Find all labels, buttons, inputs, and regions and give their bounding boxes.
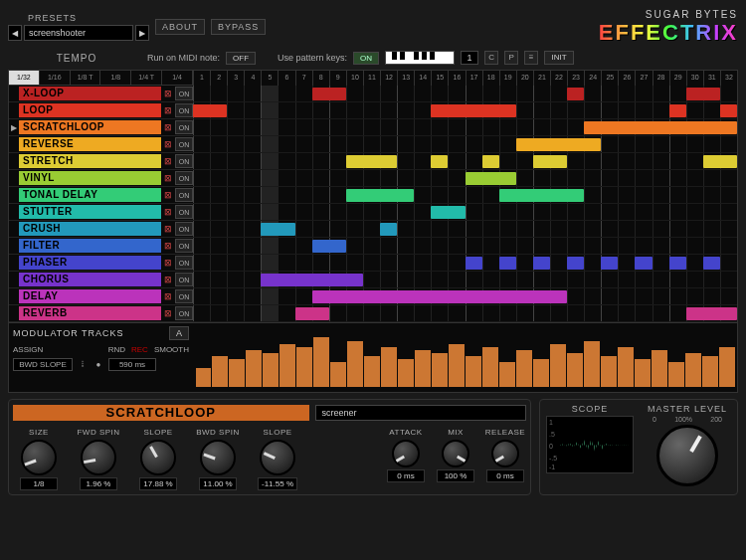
grid-view-button[interactable]: ≡ bbox=[524, 51, 538, 65]
mod-bar[interactable] bbox=[212, 356, 228, 387]
effect-on-toggle[interactable]: ON bbox=[175, 103, 193, 117]
preset-next-button[interactable]: ▶ bbox=[135, 25, 149, 41]
mod-bar[interactable] bbox=[668, 362, 684, 387]
preset-name-field[interactable]: screenshooter bbox=[24, 25, 133, 41]
param-knob[interactable] bbox=[21, 440, 57, 475]
grid-row[interactable] bbox=[193, 221, 737, 238]
mod-bar[interactable] bbox=[196, 368, 212, 387]
paste-button[interactable]: P bbox=[504, 51, 518, 65]
effect-delete-button[interactable]: ⊠ bbox=[161, 239, 175, 253]
clip[interactable] bbox=[703, 155, 737, 168]
effect-on-toggle[interactable]: ON bbox=[175, 256, 193, 270]
preset-prev-button[interactable]: ◀ bbox=[8, 25, 22, 41]
clip[interactable] bbox=[703, 257, 720, 270]
clip[interactable] bbox=[601, 257, 618, 270]
mod-bar[interactable] bbox=[567, 353, 583, 387]
mod-bar[interactable] bbox=[618, 347, 634, 387]
effect-on-toggle[interactable]: ON bbox=[175, 171, 193, 185]
mod-bar[interactable] bbox=[415, 350, 431, 387]
mod-bar[interactable] bbox=[702, 356, 718, 387]
effect-label[interactable]: REVERB bbox=[19, 306, 161, 320]
effect-on-toggle[interactable]: ON bbox=[175, 188, 193, 202]
effect-on-toggle[interactable]: ON bbox=[175, 154, 193, 168]
clip[interactable] bbox=[431, 206, 465, 219]
effect-label[interactable]: REVERSE bbox=[19, 137, 161, 151]
grid-row[interactable] bbox=[193, 187, 737, 204]
effect-on-toggle[interactable]: ON bbox=[175, 205, 193, 219]
clip[interactable] bbox=[720, 104, 737, 117]
effect-delete-button[interactable]: ⊠ bbox=[161, 306, 175, 320]
clip[interactable] bbox=[482, 155, 499, 168]
clip[interactable] bbox=[533, 257, 550, 270]
clip[interactable] bbox=[312, 88, 346, 100]
grid-row[interactable] bbox=[193, 305, 737, 322]
copy-button[interactable]: C bbox=[484, 51, 498, 65]
effect-delete-button[interactable]: ⊠ bbox=[161, 273, 175, 286]
clip[interactable] bbox=[312, 290, 567, 303]
modulator-curve[interactable] bbox=[193, 323, 737, 389]
param-knob[interactable] bbox=[491, 440, 519, 467]
effect-on-toggle[interactable]: ON bbox=[175, 289, 193, 303]
clip[interactable] bbox=[499, 257, 516, 270]
tempo-tab[interactable]: 1/8 T bbox=[71, 71, 101, 85]
effect-label[interactable]: SCRATCHLOOP bbox=[19, 120, 161, 134]
mod-bar[interactable] bbox=[550, 344, 566, 387]
effect-on-toggle[interactable]: ON bbox=[175, 306, 193, 320]
mod-bar[interactable] bbox=[584, 341, 600, 388]
pattern-keyboard[interactable] bbox=[385, 51, 455, 65]
tempo-tab[interactable]: 1/8 bbox=[100, 71, 131, 85]
mod-bar[interactable] bbox=[246, 350, 262, 387]
grid-row[interactable] bbox=[193, 153, 737, 170]
effect-delete-button[interactable]: ⊠ bbox=[161, 256, 175, 270]
effect-delete-button[interactable]: ⊠ bbox=[161, 87, 175, 100]
effect-delete-button[interactable]: ⊠ bbox=[161, 205, 175, 219]
effect-delete-button[interactable]: ⊠ bbox=[161, 137, 175, 151]
clip[interactable] bbox=[431, 104, 515, 117]
mod-bar[interactable] bbox=[601, 356, 617, 387]
mod-bar[interactable] bbox=[635, 359, 651, 387]
effect-label[interactable]: FILTER bbox=[19, 239, 161, 253]
pattern-keys-toggle[interactable]: ON bbox=[353, 52, 379, 65]
clip[interactable] bbox=[567, 257, 584, 270]
effect-label[interactable]: CRUSH bbox=[19, 222, 161, 236]
grid-row[interactable] bbox=[193, 204, 737, 221]
mod-bar[interactable] bbox=[364, 356, 380, 387]
clip[interactable] bbox=[380, 223, 397, 236]
clip[interactable] bbox=[261, 223, 294, 236]
rec-label[interactable]: REC bbox=[131, 345, 148, 354]
param-knob[interactable] bbox=[200, 440, 236, 475]
grid-row[interactable] bbox=[193, 288, 737, 305]
mod-bar[interactable] bbox=[280, 344, 295, 387]
clip[interactable] bbox=[261, 274, 363, 286]
clip[interactable] bbox=[686, 88, 720, 100]
mod-bar[interactable] bbox=[482, 347, 498, 387]
mod-slope-select[interactable]: BWD SLOPE bbox=[13, 358, 73, 371]
clip[interactable] bbox=[346, 189, 414, 202]
effect-label[interactable]: DELAY bbox=[19, 289, 161, 303]
clip[interactable] bbox=[686, 307, 737, 320]
param-knob[interactable] bbox=[81, 440, 116, 475]
effect-on-toggle[interactable]: ON bbox=[175, 273, 193, 286]
effect-label[interactable]: STRETCH bbox=[19, 154, 161, 168]
clip[interactable] bbox=[431, 155, 448, 168]
smooth-time[interactable]: 590 ms bbox=[108, 358, 156, 371]
effect-delete-button[interactable]: ⊠ bbox=[161, 154, 175, 168]
grid-row[interactable] bbox=[193, 255, 737, 272]
mod-bar[interactable] bbox=[516, 350, 532, 387]
effect-delete-button[interactable]: ⊠ bbox=[161, 289, 175, 303]
effect-delete-button[interactable]: ⊠ bbox=[161, 222, 175, 236]
effect-preset-select[interactable]: screener bbox=[315, 405, 526, 421]
clip[interactable] bbox=[669, 104, 686, 117]
effect-label[interactable]: CHORUS bbox=[19, 273, 161, 286]
mod-bar[interactable] bbox=[296, 347, 312, 387]
midi-note-toggle[interactable]: OFF bbox=[226, 52, 256, 65]
clip[interactable] bbox=[499, 189, 584, 202]
tempo-tab[interactable]: 1/16 bbox=[40, 71, 71, 85]
effect-on-toggle[interactable]: ON bbox=[175, 222, 193, 236]
effect-on-toggle[interactable]: ON bbox=[175, 120, 193, 134]
knob-value[interactable]: 11.00 % bbox=[199, 477, 237, 490]
knob-value[interactable]: 1.96 % bbox=[80, 477, 117, 490]
tempo-tab[interactable]: 1/4 T bbox=[131, 71, 162, 85]
effect-label[interactable]: PHASER bbox=[19, 256, 161, 270]
clip[interactable] bbox=[193, 104, 227, 117]
